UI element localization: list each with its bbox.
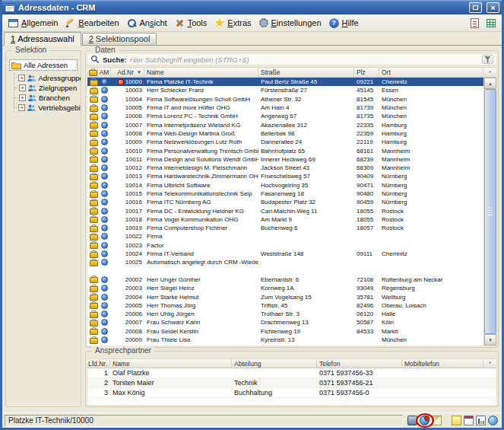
customize-columns-button[interactable]: * xyxy=(483,67,496,78)
address-row[interactable]: 10023 Factor xyxy=(87,241,483,250)
address-row[interactable]: 20009 Frau Thiele Lisa Kyreinstr. 13 Mün… xyxy=(87,336,483,344)
header-name[interactable]: Name xyxy=(144,68,258,77)
address-row[interactable]: 10006 Firma Lorenz PC - Technik GmbH Ang… xyxy=(87,112,483,120)
address-row[interactable]: 20004 Herr Starke Helmut Zum Vogelsang 1… xyxy=(87,292,483,301)
expand-icon[interactable]: + xyxy=(19,84,26,91)
tree-item[interactable]: + Adressgruppen xyxy=(14,73,81,83)
group-icon xyxy=(27,84,37,93)
address-row[interactable]: 10007 Firma Internetpräsenz Wieland KG A… xyxy=(87,120,483,129)
tab-adressauswahl[interactable]: 1Adressauswahl xyxy=(4,32,81,46)
address-row[interactable]: 20002 Herr Unger Günther Eberhardstr. 6 … xyxy=(87,276,483,284)
lock-icon xyxy=(90,95,97,103)
address-number: 10012 xyxy=(125,164,142,171)
menu-tools[interactable]: Tools xyxy=(172,17,212,30)
header-contact-name[interactable]: Name xyxy=(110,359,232,368)
address-street: Kornweg 1A xyxy=(258,284,354,292)
address-row[interactable]: 10010 Firma Personalverwaltung Trentsch … xyxy=(87,146,483,154)
tree-item[interactable]: + Vertriebsgebiete xyxy=(14,103,81,113)
address-row[interactable]: 10008 Firma Web-Design Martina Groß Bell… xyxy=(87,129,483,138)
address-row[interactable]: 10009 Firma Netzwerklösungen Lutz Roth D… xyxy=(87,138,483,146)
content-area: Selektion Alle Adressen + Adressgruppen … xyxy=(2,46,502,410)
tree-item[interactable]: + Branchen xyxy=(14,93,81,103)
selektion-tree: + Adressgruppen + Zielgruppen + xyxy=(14,73,81,113)
header-plz[interactable]: Plz xyxy=(354,68,379,77)
header-lfdnr[interactable]: Lfd.Nr. xyxy=(87,359,110,368)
menu-einstellungen[interactable]: Einstellungen xyxy=(256,17,326,29)
notes-icon[interactable] xyxy=(452,416,461,425)
scroll-down-button[interactable]: ▼ xyxy=(484,334,496,346)
address-row[interactable]: 10022 Firma xyxy=(87,232,483,240)
monitor-icon[interactable] xyxy=(407,416,417,425)
contact-row[interactable]: 2 Torsten Maier Technik 0371 5937456-21 xyxy=(87,378,496,388)
address-row[interactable]: 10004 Firma Softwarelösungen Scholl GmbH… xyxy=(87,95,483,104)
calendar-icon[interactable] xyxy=(464,416,474,425)
address-row[interactable]: 10000 Firma Platzke IT-Technik Paul Bert… xyxy=(87,78,483,86)
address-row[interactable]: 10018 Firma Vogel Kommunikation OHG Am M… xyxy=(87,215,483,224)
contacts-customize-button[interactable]: * xyxy=(483,358,496,368)
vertical-scrollbar[interactable]: ▲ ▼ xyxy=(483,78,496,346)
search-input[interactable] xyxy=(130,55,479,65)
address-row[interactable]: 10013 Firma Hardwaretechnik Zimmermann O… xyxy=(87,172,483,180)
address-zip: 22359 xyxy=(354,129,379,138)
address-row[interactable]: 20003 Herr Siegel Heinz Kornweg 1A 93049… xyxy=(87,284,483,292)
expand-icon[interactable]: + xyxy=(18,104,25,111)
menu-bearbeiten[interactable]: Bearbeiten xyxy=(62,17,123,30)
report-button[interactable] xyxy=(467,16,483,30)
contact-row[interactable]: 3 Max König Buchhaltung 0371 5937456-0 xyxy=(87,388,496,398)
address-row[interactable]: 10017 Firma DC - Entwicklung Heidner KG … xyxy=(87,206,483,215)
address-row[interactable]: 10015 Firma Telekommunikationstechnik Se… xyxy=(87,190,483,198)
tree-root-alle-adressen[interactable]: Alle Adressen xyxy=(9,59,78,71)
address-city xyxy=(379,232,483,240)
address-row[interactable]: 10024 Firma IT-Verband Weststraße 148 09… xyxy=(87,250,483,258)
address-row[interactable]: 10016 Firma ITC Nürnberg AG Budapester P… xyxy=(87,198,483,206)
lock-icon xyxy=(90,155,97,163)
address-row[interactable]: 10005 Firma IT and more Höfler OHG Am Ha… xyxy=(87,104,483,112)
header-ort[interactable]: Ort xyxy=(379,68,483,77)
header-abteilung[interactable]: Abteilung xyxy=(232,359,317,368)
address-row[interactable]: 20005 Herr Thomas Jörg Triftstr. 45 8249… xyxy=(87,301,483,310)
chart-icon[interactable] xyxy=(476,416,486,425)
expand-icon[interactable]: + xyxy=(18,75,25,81)
lock-icon xyxy=(90,78,97,86)
address-row[interactable]: 10014 Firma Ulbricht Software Hochvogelr… xyxy=(87,181,483,190)
header-label: AM xyxy=(100,68,109,76)
address-row[interactable]: 20006 Herr Uhlig Jürgen Trothaer Str. 3 … xyxy=(87,310,483,318)
address-row[interactable] xyxy=(87,267,483,276)
header-strasse[interactable]: Straße xyxy=(258,68,354,77)
header-telefon[interactable]: Telefon xyxy=(317,359,402,368)
menu-extras[interactable]: Extras xyxy=(211,17,255,30)
header-mobiltelefon[interactable]: Mobiltelefon xyxy=(402,359,483,368)
expand-icon[interactable]: + xyxy=(19,94,26,101)
address-row[interactable]: 10003 Herr Schlecker Franz Fürstenstraße… xyxy=(87,86,483,94)
minimize-button[interactable] xyxy=(469,2,482,13)
address-row[interactable]: 10011 Firma Design and Solutions Wendt G… xyxy=(87,155,483,164)
address-name: Firma Web-Design Martina Groß xyxy=(144,129,258,138)
tab-selektionspool[interactable]: 2Selektionspool xyxy=(82,33,157,45)
address-zip: 81545 xyxy=(354,95,379,104)
menu-ansicht[interactable]: Ansicht xyxy=(124,17,172,30)
address-city: Chemnitz xyxy=(379,250,483,258)
export-button[interactable] xyxy=(483,16,499,30)
phone-status-icon[interactable] xyxy=(420,416,430,425)
header-lock-column[interactable] xyxy=(87,68,98,77)
header-am[interactable]: AM xyxy=(98,68,111,77)
address-row[interactable]: 20007 Frau Schwarz Karin Drachmenweg 13 … xyxy=(87,318,483,326)
address-row[interactable]: 20008 Frau Seidel Kerstin Fichtenweg 19 … xyxy=(87,327,483,336)
contact-row[interactable]: 1 Olaf Platzke 0371 5937456-33 xyxy=(87,368,496,378)
address-row[interactable]: 10019 Firma Computershop Fichtner Buchen… xyxy=(87,224,483,232)
address-street: Dannerallee 24 xyxy=(258,138,354,146)
lock-icon xyxy=(90,259,97,266)
mail-icon[interactable] xyxy=(432,416,442,425)
scrollbar-thumb[interactable] xyxy=(484,89,496,334)
search-options-button[interactable] xyxy=(482,55,493,64)
close-button[interactable]: × xyxy=(487,2,499,13)
tree-item[interactable]: + Zielgruppen xyxy=(14,83,81,93)
menu-hilfe[interactable]: ? Hilfe xyxy=(326,17,363,30)
globe-icon[interactable] xyxy=(488,416,498,425)
menu-allgemein[interactable]: Allgemein xyxy=(5,17,62,29)
header-adnr[interactable]: Ad.Nr▼ xyxy=(111,68,144,77)
scroll-up-button[interactable]: ▲ xyxy=(484,78,496,89)
address-row[interactable]: 10025 Automatisch angelegt durch CRM -Wi… xyxy=(87,258,483,266)
address-row[interactable]: 10012 Firma Internetdesign M. Fleischman… xyxy=(87,164,483,172)
address-city: Oberau, Loisach xyxy=(379,301,483,310)
